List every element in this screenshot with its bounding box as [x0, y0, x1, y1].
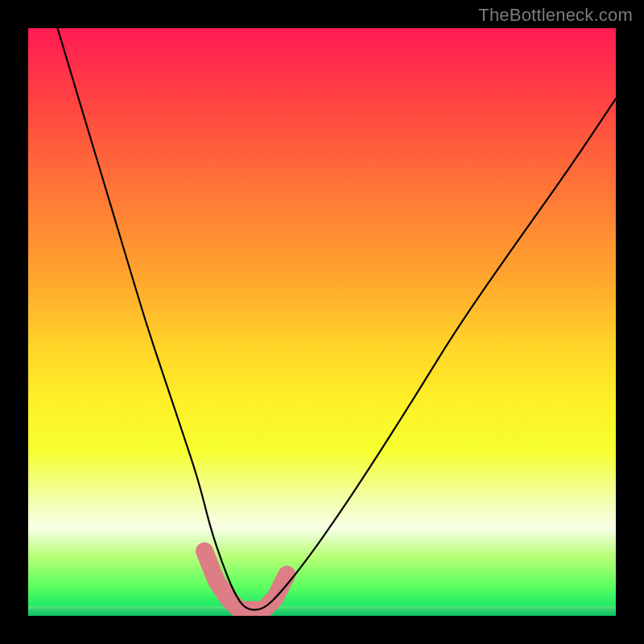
optimal-zone-marker: [204, 551, 287, 610]
curve-svg: [28, 28, 616, 616]
chart-frame: TheBottleneck.com: [0, 0, 644, 644]
plot-area: [28, 28, 616, 616]
bottleneck-curve: [58, 28, 617, 610]
watermark-text: TheBottleneck.com: [478, 5, 633, 26]
